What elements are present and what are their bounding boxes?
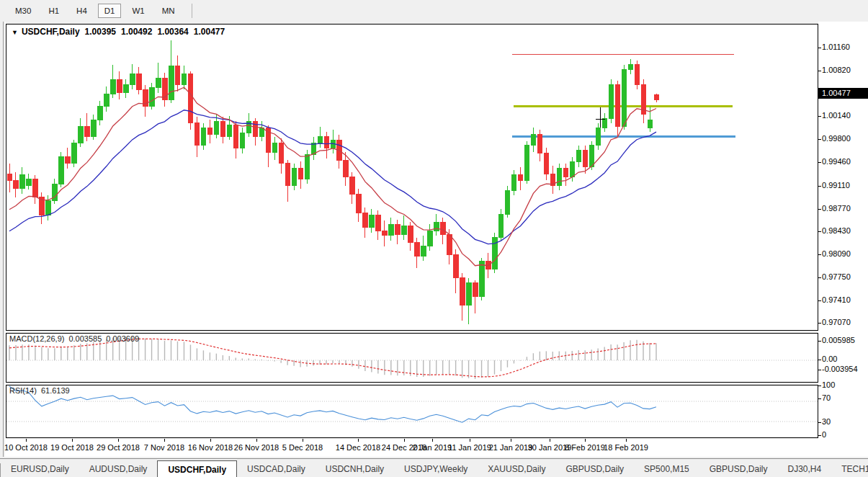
rsi-axis-tick: 70: [822, 393, 831, 402]
timeframe-button-h4[interactable]: H4: [70, 4, 94, 18]
date-axis-label: 10 Oct 2018: [4, 443, 48, 452]
candle-body: [622, 69, 627, 126]
date-axis-label: 29 Oct 2018: [97, 443, 140, 452]
price-axis-tick: 0.99460: [822, 157, 851, 166]
macd-axis-tick: 0.005985: [822, 336, 855, 344]
price-axis-tick: 0.99800: [822, 134, 851, 143]
quote-high: 1.00492: [121, 27, 152, 37]
timeframe-button-w1[interactable]: W1: [125, 4, 151, 18]
timeframe-button-d1[interactable]: D1: [98, 4, 122, 18]
candlestick-chart[interactable]: [6, 24, 818, 330]
date-axis-tick: [164, 439, 165, 442]
candle-body: [318, 137, 323, 143]
main-chart-panel[interactable]: ▼USDCHF,Daily1.003951.004921.003641.0047…: [6, 24, 818, 331]
candle-body: [227, 125, 232, 137]
chart-tab-gbpusd[interactable]: GBPUSD,Daily: [555, 461, 634, 477]
chart-tab-xauusd[interactable]: XAUUSD,Daily: [478, 461, 555, 477]
candle-body: [91, 120, 96, 136]
rsi-panel[interactable]: RSI(14)61.6139: [6, 385, 818, 438]
candle-body: [357, 194, 362, 213]
candle-body: [124, 85, 129, 93]
candle-body: [589, 146, 594, 167]
candle-body: [389, 224, 394, 236]
candle-body: [505, 190, 510, 214]
candle-body: [460, 278, 465, 305]
macd-axis-tick: -0.003954: [822, 365, 858, 373]
chart-tab-audusd[interactable]: AUDUSD,Daily: [79, 461, 158, 477]
candle-body: [207, 128, 212, 134]
chart-tab-usdchf[interactable]: USDCHF,Daily: [157, 460, 237, 477]
candle-body: [156, 78, 161, 87]
chart-tab-usdjpy[interactable]: USDJPY,Weekly: [394, 461, 478, 477]
symbol-dropdown-icon[interactable]: ▼: [12, 29, 18, 36]
candle-body: [150, 87, 155, 106]
timeframe-button-mn[interactable]: MN: [156, 4, 182, 18]
candle-body: [33, 179, 38, 197]
chart-tab-tech100[interactable]: TECH100: [831, 461, 868, 477]
date-axis-tick: [210, 439, 211, 442]
date-axis-tick: [358, 439, 359, 442]
price-axis-tick: 0.97410: [822, 295, 851, 304]
date-axis-tick: [118, 439, 119, 442]
candle-body: [27, 179, 32, 185]
chart-tab-usdcnh[interactable]: USDCNH,Daily: [316, 461, 394, 477]
timeframe-toolbar: M30H1H4D1W1MN: [0, 0, 868, 22]
candle-body: [7, 174, 12, 180]
candle-body: [59, 157, 64, 184]
candle-body: [298, 169, 303, 179]
chart-tab-gbpusd[interactable]: GBPUSD,Daily: [699, 461, 778, 477]
symbol-tabbar: EURUSD,DailyAUDUSD,DailyUSDCHF,DailyUSDC…: [0, 458, 868, 477]
trading-platform-window: M30H1H4D1W1MN ▼USDCHF,Daily1.003951.0049…: [0, 0, 868, 477]
candle-body: [408, 226, 413, 242]
candle-body: [421, 246, 426, 256]
candle-body: [214, 121, 219, 135]
candle-body: [85, 127, 90, 137]
candle-body: [570, 161, 575, 177]
candle-body: [434, 222, 439, 231]
rsi-chart[interactable]: [6, 385, 818, 437]
candle-body: [285, 164, 290, 186]
candle-body: [363, 213, 368, 228]
candle-body: [188, 74, 193, 123]
chart-tab-sp500[interactable]: SP500,M15: [634, 461, 699, 477]
timeframe-button-h1[interactable]: H1: [42, 4, 66, 18]
candle-body: [382, 231, 388, 236]
candle-body: [498, 214, 504, 238]
symbol-quote-line: ▼USDCHF,Daily1.003951.004921.003641.0047…: [12, 27, 225, 37]
candle-body: [233, 125, 238, 148]
date-axis-label: 18 Feb 2019: [604, 443, 648, 452]
candle-body: [467, 282, 472, 305]
date-axis-tick: [26, 439, 27, 442]
candle-body: [511, 175, 516, 190]
macd-axis-tick: 0.00: [822, 355, 837, 363]
macd-main-value: 0.003585: [68, 334, 102, 343]
date-axis-label: 2 Jan 2019: [413, 443, 452, 452]
candle-body: [518, 175, 523, 180]
candle-body: [137, 74, 142, 89]
price-axis-tick: 0.97070: [822, 318, 851, 326]
candle-body: [628, 65, 633, 70]
quote-open: 1.00395: [85, 27, 116, 37]
timeframe-button-m30[interactable]: M30: [9, 4, 37, 18]
candle-body: [111, 79, 116, 94]
candle-body: [305, 155, 310, 179]
candle-body: [576, 150, 581, 161]
date-axis-label: 7 Nov 2018: [144, 443, 184, 452]
macd-panel[interactable]: MACD(12,26,9)0.0035850.003609: [6, 333, 818, 383]
candle-body: [402, 226, 407, 234]
date-axis-label: 8 Feb 2019: [565, 443, 605, 452]
date-axis[interactable]: 10 Oct 201819 Oct 201829 Oct 20187 Nov 2…: [6, 439, 868, 457]
candle-body: [344, 160, 349, 177]
candle-body: [428, 231, 433, 246]
candle-body: [201, 128, 206, 145]
chart-tab-usdcad[interactable]: USDCAD,Daily: [237, 461, 316, 477]
chart-tab-dj30[interactable]: DJ30,H4: [777, 461, 831, 477]
candle-body: [654, 94, 659, 100]
toolbar-separator: [192, 4, 192, 18]
candle-body: [163, 78, 168, 99]
chart-tab-eurusd[interactable]: EURUSD,Daily: [1, 461, 79, 477]
candle-body: [104, 94, 109, 107]
price-axis-tick: 1.01160: [822, 43, 850, 51]
candle-body: [615, 85, 620, 127]
candle-body: [279, 143, 284, 164]
